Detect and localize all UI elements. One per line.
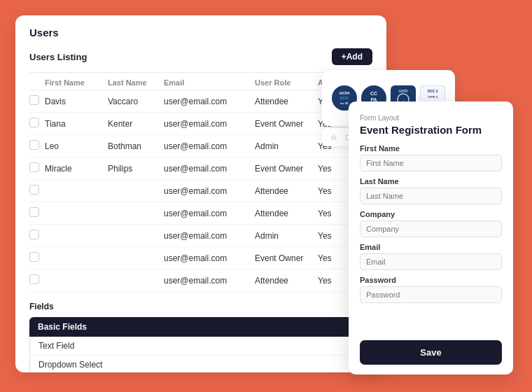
basic-fields-label: Basic Fields [38,322,87,332]
table-header: First Name Last Name Email User Role Act… [29,73,372,90]
email-input[interactable] [360,253,502,270]
users-listing-label: Users Listing [29,52,87,62]
company-input[interactable] [360,220,502,237]
row-checkbox[interactable] [29,162,45,174]
fields-title: Fields [29,302,372,312]
svg-text:for SE: for SE [340,102,349,105]
table-row: user@email.com Attendee Yes ✏ [29,180,372,202]
table-row: Leo Bothman user@email.com Admin Yes ✏ [29,135,372,158]
th-lastname: Last Name [108,78,164,87]
field-label: Text Field [38,341,74,351]
basic-fields-header[interactable]: Basic Fields ∧ [29,317,372,337]
password-input[interactable] [360,286,502,303]
th-role: User Role [255,78,318,87]
th-email: Email [164,78,255,87]
th-checkbox [29,78,45,87]
th-firstname: First Name [45,78,108,87]
list-item[interactable]: Dropdown Select + [30,356,372,372]
form-fields-area: First Name Last Name Company Email Passw… [360,144,502,330]
svg-text:SOC: SOC [340,96,349,100]
field-label: Dropdown Select [38,360,102,370]
table-row: user@email.com Admin Yes ✏ [29,225,372,247]
lastname-input[interactable] [360,188,502,204]
field-label-company: Company [360,210,502,218]
fields-list: Text Field + Dropdown Select + Radio Gro… [29,337,372,372]
table-row: Miracle Philips user@email.com Event Own… [29,158,372,180]
table-row: Davis Vaccaro user@email.com Attendee Ye… [29,90,372,113]
field-label-lastname: Last Name [360,177,502,186]
save-button[interactable]: Save [360,340,502,365]
users-panel-title: Users [15,15,386,44]
table-row: user@email.com Attendee Yes ✏ [29,202,372,225]
row-checkbox[interactable] [29,95,45,107]
row-checkbox[interactable] [29,118,45,130]
table-row: Tiana Kenter user@email.com Event Owner … [29,113,372,135]
star-icon[interactable]: ☆ [328,131,340,144]
users-panel: Users Users Listing +Add First Name Last… [15,15,386,372]
field-label-email: Email [360,243,502,251]
fields-section: Fields Basic Fields ∧ Text Field + Dropd… [15,292,386,372]
add-user-button[interactable]: +Add [332,48,372,65]
svg-text:SOC 2: SOC 2 [427,89,438,93]
row-checkbox[interactable] [29,140,45,152]
list-item[interactable]: Text Field + [30,337,372,356]
users-listing-header: Users Listing +Add [15,44,386,72]
svg-text:CC: CC [370,91,377,96]
svg-text:TYPE 2: TYPE 2 [428,95,438,99]
table-row: user@email.com Attendee Yes ✏ [29,270,372,292]
firstname-input[interactable] [360,155,502,172]
field-label-firstname: First Name [360,144,502,153]
form-panel: Form Layout Event Registration Form Firs… [349,102,513,374]
field-label-password: Password [360,276,502,284]
svg-text:GDPR: GDPR [398,90,408,93]
form-section-label: Form Layout [360,114,502,122]
table-row: user@email.com Event Owner Yes ✏ [29,247,372,270]
svg-text:AICPA: AICPA [339,91,350,95]
form-title: Event Registration Form [360,124,502,136]
